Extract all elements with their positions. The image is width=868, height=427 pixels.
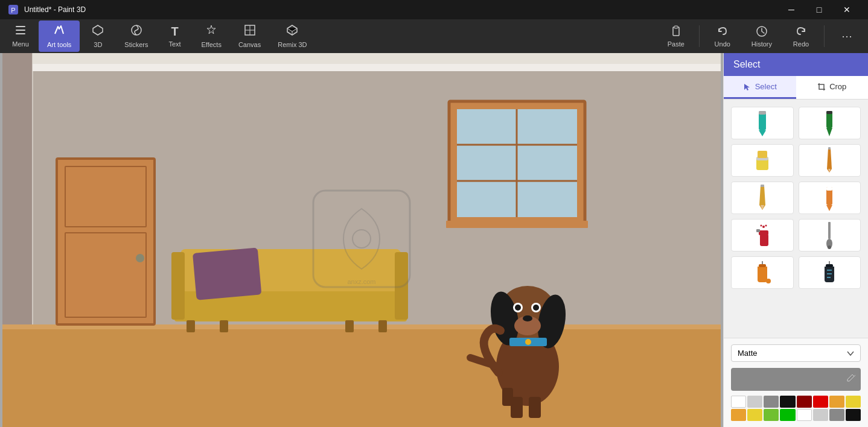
swatch-red[interactable] (813, 396, 828, 408)
svg-rect-79 (760, 234, 768, 246)
svg-rect-56 (529, 397, 541, 418)
toolbar: Menu Art tools 3D Stickers T Text Effect… (0, 19, 868, 53)
remix3d-icon (286, 24, 298, 39)
tool-crayon[interactable] (799, 182, 861, 214)
swatch-black2[interactable] (846, 409, 861, 421)
toolbar-effects[interactable]: Effects (193, 21, 229, 52)
tool-penciltip[interactable] (799, 144, 861, 177)
redo-button[interactable]: Redo (783, 21, 819, 52)
app-icon: P (7, 4, 19, 16)
tool-fill[interactable] (731, 256, 794, 289)
swatch-gray[interactable] (764, 396, 779, 408)
svg-rect-38 (187, 320, 195, 332)
toolbar-stickers[interactable]: Stickers (116, 21, 156, 52)
tool-eraser[interactable] (731, 144, 794, 177)
svg-marker-5 (93, 25, 103, 35)
svg-text:P: P (11, 7, 15, 14)
tool-pencil[interactable] (731, 182, 794, 214)
eyedropper-button[interactable] (845, 373, 856, 386)
tab-crop-label: Crop (829, 82, 846, 91)
swatch-lightgreen[interactable] (764, 409, 779, 421)
svg-rect-63 (759, 111, 766, 115)
close-button[interactable]: ✕ (833, 0, 861, 19)
svg-marker-21 (33, 64, 721, 71)
tool-texttool[interactable] (799, 256, 861, 289)
effects-icon (205, 24, 217, 39)
redo-label: Redo (793, 40, 809, 48)
swatch-orange2[interactable] (731, 409, 746, 421)
svg-rect-57 (502, 388, 513, 406)
swatch-gray2[interactable] (829, 409, 844, 421)
effects-label: Effects (201, 41, 221, 48)
swatch-yellow2[interactable] (747, 409, 762, 421)
history-icon (756, 25, 768, 39)
menu-icon (15, 25, 26, 39)
toolbar-sep1 (699, 25, 700, 47)
svg-point-50 (515, 305, 521, 311)
tool-brush[interactable] (799, 219, 861, 251)
swatch-white[interactable] (731, 396, 746, 408)
maximize-button[interactable]: □ (805, 0, 833, 19)
undo-button[interactable]: Undo (704, 21, 741, 52)
tab-select[interactable]: Select (724, 76, 796, 99)
svg-rect-2 (16, 26, 25, 27)
text-icon: T (171, 25, 178, 39)
menu-button[interactable]: Menu (2, 21, 39, 52)
tool-pen[interactable] (799, 107, 861, 139)
svg-rect-33 (446, 221, 588, 228)
paste-button[interactable]: Paste (658, 21, 694, 52)
color-swatches (731, 396, 861, 421)
select-cursor-icon (743, 83, 752, 91)
tab-crop[interactable]: Crop (796, 76, 869, 99)
stickers-icon (130, 24, 142, 39)
tool-marker[interactable] (731, 107, 794, 139)
crop-icon (817, 83, 826, 91)
svg-rect-88 (759, 264, 766, 267)
matte-dropdown[interactable]: Matte (731, 344, 861, 362)
toolbar-sep2 (824, 25, 825, 47)
svg-line-91 (854, 375, 855, 376)
redo-icon (795, 25, 807, 39)
titlebar-left: P Untitled* - Paint 3D (7, 4, 86, 16)
minimize-button[interactable]: ─ (777, 0, 805, 19)
svg-rect-69 (758, 151, 767, 158)
toolbar-canvas[interactable]: Canvas (230, 21, 269, 52)
canvas-icon (244, 24, 256, 39)
svg-rect-78 (826, 187, 832, 191)
toolbar-art-tools[interactable]: Art tools (39, 21, 80, 52)
3d-label: 3D (94, 41, 102, 48)
swatch-darkred[interactable] (797, 396, 812, 408)
chevron-down-icon (847, 351, 854, 356)
swatch-lightgray[interactable] (747, 396, 762, 408)
remix3d-label: Remix 3D (278, 41, 307, 48)
toolbar-3d[interactable]: 3D (80, 21, 116, 52)
tool-spray[interactable] (731, 219, 794, 251)
swatch-black[interactable] (780, 396, 795, 408)
art-tools-icon (53, 24, 65, 39)
svg-rect-3 (16, 30, 25, 31)
swatch-white2[interactable] (797, 409, 812, 421)
svg-rect-4 (16, 33, 25, 34)
more-button[interactable]: ⋯ (829, 21, 866, 52)
toolbar-text[interactable]: T Text (156, 21, 193, 52)
swatch-yellow[interactable] (846, 396, 861, 408)
panel-tabs: Select Crop (724, 76, 868, 100)
svg-point-83 (765, 225, 767, 227)
history-button[interactable]: History (743, 21, 780, 52)
canvas-area[interactable]: anxz.com (0, 53, 723, 427)
canvas-label: Canvas (238, 41, 261, 48)
toolbar-remix3d[interactable]: Remix 3D (269, 21, 315, 52)
svg-marker-18 (2, 53, 33, 324)
svg-point-84 (760, 225, 762, 227)
panel-header: Select (724, 53, 868, 76)
swatch-green[interactable] (780, 409, 795, 421)
paste-label: Paste (668, 40, 685, 48)
tab-select-label: Select (755, 82, 777, 91)
matte-label: Matte (738, 349, 758, 358)
color-swatch-main[interactable] (731, 368, 861, 391)
svg-point-89 (766, 279, 771, 283)
swatch-lightgray2[interactable] (813, 409, 828, 421)
svg-rect-75 (761, 185, 764, 187)
swatch-orange[interactable] (829, 396, 844, 408)
svg-marker-20 (33, 53, 721, 64)
